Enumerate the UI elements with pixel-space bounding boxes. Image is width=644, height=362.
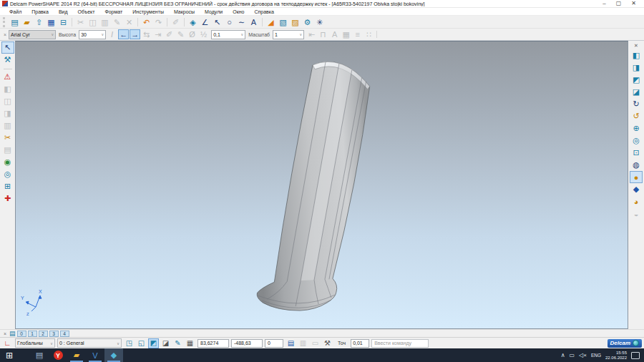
zoom-box-icon[interactable]: ⊡ xyxy=(630,147,643,159)
height-select[interactable]: 30 ∨ xyxy=(79,30,106,39)
level-tab-4[interactable]: 4 xyxy=(60,331,69,337)
menu-tools[interactable]: Инструменты xyxy=(127,9,169,14)
align-right-icon[interactable]: → xyxy=(130,29,140,39)
dimension-tolerance-select[interactable]: 0,1 ∨ xyxy=(211,30,245,39)
blend-icon[interactable]: ◧ xyxy=(1,83,14,95)
shade-mode-3-icon[interactable]: ◩ xyxy=(148,338,159,348)
workplane-select[interactable]: Глобальны ∨ xyxy=(15,338,55,348)
join-icon[interactable]: ◫ xyxy=(1,95,14,107)
menu-macros[interactable]: Макросы xyxy=(169,9,200,14)
format-paint-icon[interactable]: ✎ xyxy=(111,16,123,28)
select-tool-icon[interactable]: ↖ xyxy=(1,41,14,54)
search-box-icon[interactable]: ◎ xyxy=(1,168,14,180)
menu-object[interactable]: Объект xyxy=(73,9,100,14)
view-from-top-icon[interactable]: ◪ xyxy=(630,86,643,98)
workplane-triad-icon[interactable]: ∟ xyxy=(2,338,13,348)
levels-icon[interactable]: ▤ xyxy=(9,330,16,337)
calculator-icon[interactable]: ▥ xyxy=(298,338,308,348)
level-tab-3[interactable]: 3 xyxy=(49,331,59,337)
render-icon[interactable]: ◒ xyxy=(630,207,643,220)
italic-button[interactable]: I xyxy=(106,29,118,40)
vcad-app-icon[interactable]: V xyxy=(86,348,104,362)
table-icon[interactable]: ⊓ xyxy=(318,29,328,39)
command-input[interactable]: Ввести команду xyxy=(371,339,429,348)
workplane-icon[interactable]: ◈ xyxy=(187,16,199,28)
sketch-icon[interactable]: ✐ xyxy=(170,16,182,28)
maximize-button[interactable]: ▢ xyxy=(616,1,622,6)
toolbox-icon[interactable]: ⊞ xyxy=(1,180,14,192)
language-indicator[interactable]: ENG xyxy=(591,353,601,358)
keyboard-icon[interactable]: ▭ xyxy=(310,338,321,348)
align-lines-icon[interactable]: ≡ xyxy=(352,29,363,39)
menu-file[interactable]: Файл xyxy=(4,9,26,14)
convert-icon[interactable]: ◉ xyxy=(1,156,14,168)
undo-icon[interactable]: ↶ xyxy=(140,16,152,28)
iso-view-2-icon[interactable]: ◨ xyxy=(630,62,643,74)
align-left-icon[interactable]: ← xyxy=(118,29,129,39)
spacing-icon[interactable]: ∷ xyxy=(364,29,374,39)
copy-surface-icon[interactable]: ▥ xyxy=(1,119,14,132)
menu-help[interactable]: Справка xyxy=(249,9,278,14)
menu-modules[interactable]: Модули xyxy=(200,9,228,14)
iso-view-3-icon[interactable]: ◩ xyxy=(630,74,643,86)
robot-tool-icon[interactable]: ⚒ xyxy=(322,338,333,348)
tiles-app-icon[interactable]: ▤ xyxy=(30,348,49,362)
menu-window[interactable]: Окно xyxy=(228,9,249,14)
font-frame-icon[interactable]: A xyxy=(329,29,340,39)
circle-icon[interactable]: ○ xyxy=(223,16,235,28)
toolbar-options-icon[interactable]: ⚒ xyxy=(1,54,14,66)
zoom-full-icon[interactable]: ◎ xyxy=(630,134,643,147)
iso-view-1-icon[interactable]: ◧ xyxy=(630,49,643,62)
save-icon[interactable]: ▦ xyxy=(45,16,57,28)
x-coordinate-field[interactable]: 83,6274 xyxy=(197,339,229,348)
edit-grid-icon[interactable]: ✎ xyxy=(172,338,183,348)
previous-view-icon[interactable]: ↺ xyxy=(630,110,643,122)
text-position-icon[interactable]: ⇥ xyxy=(152,29,163,39)
curve-icon[interactable]: ∼ xyxy=(235,16,248,28)
powershape-app-icon[interactable]: ◆ xyxy=(104,348,123,362)
arrow-line-icon[interactable]: ↖ xyxy=(211,16,223,28)
redo-icon[interactable]: ↷ xyxy=(152,16,165,28)
enhanced-shading-icon[interactable]: ◕ xyxy=(630,195,643,207)
shaded-view-icon[interactable]: ● xyxy=(630,171,643,183)
level-select[interactable]: 0 : General ∨ xyxy=(57,338,122,348)
menu-edit[interactable]: Правка xyxy=(26,9,54,14)
print-icon[interactable]: ⊟ xyxy=(57,16,69,28)
wizard-icon[interactable]: ✳ xyxy=(313,16,326,28)
paste-icon[interactable]: ▥ xyxy=(99,16,111,28)
open-model-icon[interactable]: ▰ xyxy=(21,16,33,28)
mirror-warning-icon[interactable]: ⚠ xyxy=(1,71,14,83)
close-button[interactable]: ✕ xyxy=(631,1,636,6)
snap-grid-icon[interactable]: ▦ xyxy=(185,338,195,348)
grid-icon[interactable]: ▦ xyxy=(341,29,351,39)
trim-icon[interactable]: ✂ xyxy=(1,132,14,144)
scale-select[interactable]: 1 ∨ xyxy=(273,30,304,39)
viewport-3d[interactable]: X Y Z xyxy=(15,41,628,329)
pen-add-icon[interactable]: ✐ xyxy=(164,29,175,39)
monitor-icon[interactable]: ▭ xyxy=(569,352,575,358)
stack-icon[interactable]: ▤ xyxy=(1,144,14,156)
tolerance-field[interactable]: 0,01 xyxy=(351,339,369,348)
go-start-icon[interactable]: ⇤ xyxy=(306,29,317,39)
stretch-text-icon[interactable]: ⇆ xyxy=(141,29,152,39)
toolbar-close[interactable]: × xyxy=(1,32,9,37)
yandex-browser-icon[interactable]: Y xyxy=(49,348,67,362)
minimize-button[interactable]: – xyxy=(602,1,605,6)
rotate-view-icon[interactable]: ↻ xyxy=(630,98,643,110)
delete-icon[interactable]: ✕ xyxy=(123,16,135,28)
zoom-in-icon[interactable]: ⊕ xyxy=(630,122,643,134)
fraction-icon[interactable]: ½ xyxy=(198,29,209,39)
menu-format[interactable]: Формат xyxy=(99,9,127,14)
levels-close-button[interactable]: × xyxy=(2,331,8,336)
tray-chevron-icon[interactable]: ∧ xyxy=(561,352,565,358)
solid-icon[interactable]: ▧ xyxy=(277,16,289,28)
new-document-icon[interactable]: ▤ xyxy=(9,16,21,28)
copy-icon[interactable]: ◫ xyxy=(87,16,99,28)
font-select[interactable]: Arial Cyr ∨ xyxy=(9,30,56,39)
start-button[interactable]: ⊞ xyxy=(0,348,19,362)
file-explorer-icon[interactable]: ▰ xyxy=(67,348,86,362)
dynamic-section-icon[interactable]: ◆ xyxy=(630,183,643,195)
pen-icon[interactable]: ✎ xyxy=(175,29,186,39)
text-icon[interactable]: A xyxy=(248,16,260,28)
diameter-icon[interactable]: Ø xyxy=(187,29,197,39)
